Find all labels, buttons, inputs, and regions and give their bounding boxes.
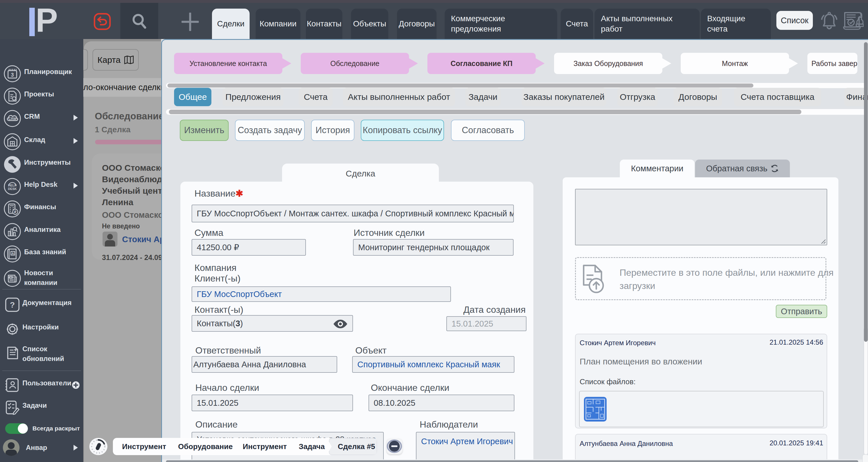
svg-text:NEWS: NEWS [8, 276, 14, 278]
svg-text:DESK: DESK [8, 187, 17, 191]
svg-text:3: 3 [11, 72, 14, 78]
svg-text:HELP: HELP [8, 184, 17, 187]
svg-text:₽: ₽ [14, 210, 17, 214]
svg-text:CRM: CRM [8, 117, 16, 121]
svg-text:A: A [12, 252, 14, 255]
svg-text:?: ? [10, 300, 14, 309]
